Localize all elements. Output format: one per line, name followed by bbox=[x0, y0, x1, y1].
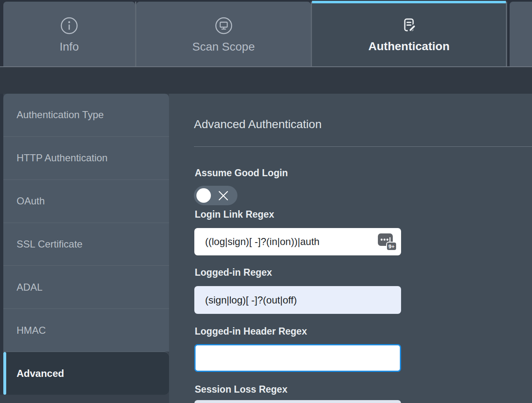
active-tab-indicator bbox=[312, 1, 506, 3]
extension-badge: 9+ bbox=[386, 242, 397, 251]
sidebar: Authentication Type HTTP Authentication … bbox=[3, 94, 169, 395]
sidebar-item-label: HMAC bbox=[17, 325, 46, 336]
sidebar-item-ssl-certificate[interactable]: SSL Certificate bbox=[3, 223, 169, 266]
sidebar-item-http-authentication[interactable]: HTTP Authentication bbox=[3, 136, 169, 180]
tab-scan-scope[interactable]: Scan Scope bbox=[136, 2, 311, 66]
logged-in-regex-input[interactable] bbox=[194, 286, 401, 314]
x-icon bbox=[218, 190, 229, 203]
tab-authentication-label: Authentication bbox=[368, 40, 450, 53]
tab-bar-left-spacer bbox=[0, 0, 3, 66]
logged-in-regex-field bbox=[194, 286, 401, 314]
sidebar-item-label: SSL Certificate bbox=[17, 238, 82, 250]
sidebar-item-hmac[interactable]: HMAC bbox=[3, 308, 169, 352]
tab-bar: Info Scan Scope Authentication bbox=[0, 0, 532, 67]
subheader-strip bbox=[0, 67, 532, 94]
tab-info[interactable]: Info bbox=[3, 2, 135, 66]
assume-good-login-label: Assume Good Login bbox=[195, 168, 288, 179]
tab-partial-next[interactable] bbox=[510, 2, 532, 66]
left-gutter bbox=[0, 94, 3, 395]
autofill-extension-icon[interactable]: 9+ bbox=[377, 233, 397, 251]
document-edit-icon bbox=[399, 14, 418, 35]
login-link-regex-label: Login Link Regex bbox=[195, 209, 274, 220]
tab-scan-scope-label: Scan Scope bbox=[192, 40, 255, 53]
session-loss-regex-field bbox=[194, 400, 401, 403]
sidebar-item-adal[interactable]: ADAL bbox=[3, 265, 169, 308]
logged-in-header-regex-label: Logged-in Header Regex bbox=[195, 326, 307, 337]
sidebar-item-label: Authentication Type bbox=[17, 109, 104, 121]
session-loss-regex-input[interactable] bbox=[194, 400, 401, 403]
logged-in-header-regex-field bbox=[194, 344, 401, 372]
sidebar-item-label: OAuth bbox=[17, 195, 45, 207]
login-link-regex-input[interactable] bbox=[194, 228, 401, 255]
tab-separator bbox=[506, 2, 507, 66]
sidebar-item-oauth[interactable]: OAuth bbox=[3, 180, 169, 223]
sidebar-item-authentication-type[interactable]: Authentication Type bbox=[3, 94, 169, 136]
assume-good-login-toggle[interactable] bbox=[194, 186, 237, 205]
tab-authentication[interactable]: Authentication bbox=[312, 1, 506, 66]
toggle-knob bbox=[196, 188, 211, 203]
sidebar-item-label: HTTP Authentication bbox=[17, 152, 108, 164]
page-title: Advanced Authentication bbox=[194, 118, 322, 131]
section-divider bbox=[194, 146, 532, 147]
info-icon bbox=[60, 15, 79, 35]
tab-info-label: Info bbox=[60, 40, 79, 53]
logged-in-regex-label: Logged-in Regex bbox=[195, 267, 272, 278]
sidebar-item-label: Advanced bbox=[17, 368, 64, 379]
sidebar-item-label: ADAL bbox=[17, 282, 43, 293]
login-link-regex-field: 9+ bbox=[194, 228, 401, 255]
main-panel: Advanced Authentication Assume Good Logi… bbox=[169, 94, 532, 403]
content-area: Advanced Authentication Assume Good Logi… bbox=[0, 94, 532, 403]
sidebar-item-advanced[interactable]: Advanced bbox=[3, 352, 169, 395]
logged-in-header-regex-input[interactable] bbox=[194, 344, 401, 372]
monitor-icon bbox=[214, 15, 233, 35]
session-loss-regex-label: Session Loss Regex bbox=[195, 384, 288, 395]
